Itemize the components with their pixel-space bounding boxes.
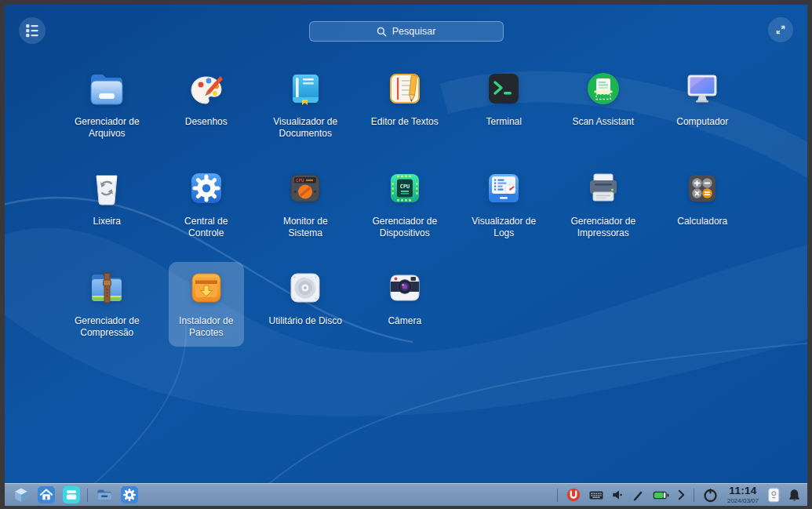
calculator-icon bbox=[681, 167, 723, 209]
tray-separator bbox=[557, 489, 558, 502]
dock-separator bbox=[87, 489, 88, 502]
file-manager-dock-icon[interactable] bbox=[95, 486, 113, 504]
device-manager-icon: CPU bbox=[384, 167, 426, 209]
app-label: Terminal bbox=[486, 116, 522, 128]
file-manager-icon bbox=[86, 67, 128, 110]
desktop-screen: Pesquisar Gerenciador de ArquivosDesenho… bbox=[0, 0, 812, 509]
search-input[interactable]: Pesquisar bbox=[309, 21, 504, 42]
app-label: Scan Assistant bbox=[572, 116, 634, 128]
tray-plugin-icon[interactable] bbox=[768, 488, 780, 503]
launcher-cube-icon[interactable] bbox=[12, 486, 30, 504]
search-placeholder: Pesquisar bbox=[392, 26, 436, 37]
fullscreen-toggle-button[interactable] bbox=[768, 17, 793, 42]
launcher-fullscreen: Pesquisar Gerenciador de ArquivosDesenho… bbox=[5, 5, 807, 506]
clock[interactable]: 11:14 2024/03/07 bbox=[727, 485, 759, 504]
pen-icon[interactable] bbox=[632, 489, 644, 501]
dock-left bbox=[12, 486, 138, 504]
workspaces-icon[interactable] bbox=[62, 486, 80, 504]
app-item[interactable]: Gerenciador de Compressão bbox=[57, 262, 157, 362]
keyboard-icon[interactable] bbox=[589, 491, 603, 500]
app-label: Desenhos bbox=[185, 116, 228, 128]
control-center-icon bbox=[185, 167, 228, 209]
power-icon[interactable] bbox=[703, 488, 718, 503]
disk-utility-icon bbox=[284, 267, 326, 309]
app-label: Visualizador de Logs bbox=[466, 216, 541, 240]
app-item[interactable]: Visualizador de Logs bbox=[454, 162, 554, 262]
app-item[interactable]: Computador bbox=[653, 63, 752, 162]
text-editor-icon bbox=[384, 67, 426, 110]
camera-icon bbox=[384, 267, 426, 309]
trash-icon bbox=[86, 167, 128, 209]
expand-icon bbox=[774, 24, 787, 36]
app-item[interactable]: Câmera bbox=[355, 262, 455, 362]
clock-date: 2024/03/07 bbox=[727, 498, 759, 504]
app-item[interactable]: Editor de Textos bbox=[355, 63, 455, 162]
taskbar: 11:14 2024/03/07 bbox=[5, 483, 807, 506]
app-item[interactable]: CPUGerenciador de Dispositivos bbox=[355, 162, 455, 262]
app-label: Câmera bbox=[388, 315, 421, 327]
app-label: Calculadora bbox=[677, 216, 727, 227]
document-viewer-icon bbox=[284, 67, 326, 110]
app-item[interactable]: Gerenciador de Arquivos bbox=[57, 63, 157, 162]
app-grid: Gerenciador de ArquivosDesenhosVisualiza… bbox=[57, 63, 752, 362]
app-item[interactable]: CPUMonitor de Sistema bbox=[256, 162, 355, 262]
clock-time: 11:14 bbox=[729, 485, 756, 496]
app-label: Lixeira bbox=[93, 216, 121, 227]
app-item[interactable]: Instalador de Pacotes bbox=[157, 262, 257, 362]
app-item[interactable]: Desenhos bbox=[157, 63, 257, 162]
home-icon[interactable] bbox=[37, 486, 55, 504]
app-label: Visualizador de Documentos bbox=[268, 116, 343, 140]
printer-manager-icon bbox=[582, 167, 624, 209]
app-item[interactable]: Visualizador de Documentos bbox=[256, 63, 355, 162]
draw-icon bbox=[185, 67, 228, 110]
app-label: Computador bbox=[676, 116, 728, 128]
app-item[interactable]: Central de Controle bbox=[157, 162, 257, 262]
notification-bell-icon[interactable] bbox=[788, 489, 800, 502]
app-item[interactable]: Scan Assistant bbox=[554, 63, 654, 162]
search-icon bbox=[377, 27, 387, 37]
battery-icon[interactable] bbox=[653, 491, 669, 500]
app-item[interactable]: Terminal bbox=[454, 63, 554, 162]
app-label: Gerenciador de Arquivos bbox=[69, 116, 144, 140]
log-viewer-icon bbox=[482, 167, 525, 209]
app-label: Gerenciador de Impressoras bbox=[566, 216, 641, 240]
svg-text:CPU: CPU bbox=[399, 184, 410, 190]
app-item[interactable]: Utilitário de Disco bbox=[256, 262, 355, 362]
chevron-right-icon[interactable] bbox=[678, 489, 685, 500]
app-item[interactable]: Calculadora bbox=[653, 162, 752, 262]
app-label: Gerenciador de Dispositivos bbox=[367, 216, 442, 240]
scan-assistant-icon bbox=[582, 67, 624, 110]
package-installer-icon bbox=[185, 267, 228, 309]
uengine-icon[interactable] bbox=[566, 488, 581, 502]
system-monitor-icon: CPU bbox=[284, 167, 326, 209]
app-label: Instalador de Pacotes bbox=[169, 315, 244, 340]
system-tray: 11:14 2024/03/07 bbox=[557, 485, 800, 504]
app-label: Gerenciador de Compressão bbox=[69, 315, 144, 340]
app-item[interactable]: Lixeira bbox=[57, 162, 157, 262]
terminal-icon bbox=[482, 67, 525, 110]
app-label: Editor de Textos bbox=[371, 116, 439, 128]
archive-manager-icon bbox=[86, 267, 128, 309]
app-label: Monitor de Sistema bbox=[268, 216, 343, 240]
app-item[interactable]: Gerenciador de Impressoras bbox=[554, 162, 654, 262]
app-label: Central de Controle bbox=[169, 216, 244, 240]
app-label: Utilitário de Disco bbox=[269, 315, 342, 327]
tray-separator bbox=[694, 489, 694, 502]
svg-text:CPU: CPU bbox=[296, 178, 304, 183]
computer-icon bbox=[681, 67, 723, 110]
volume-icon[interactable] bbox=[612, 489, 624, 500]
control-center-dock-icon[interactable] bbox=[120, 486, 138, 504]
category-view-button[interactable] bbox=[19, 17, 46, 44]
category-view-icon bbox=[25, 24, 39, 38]
